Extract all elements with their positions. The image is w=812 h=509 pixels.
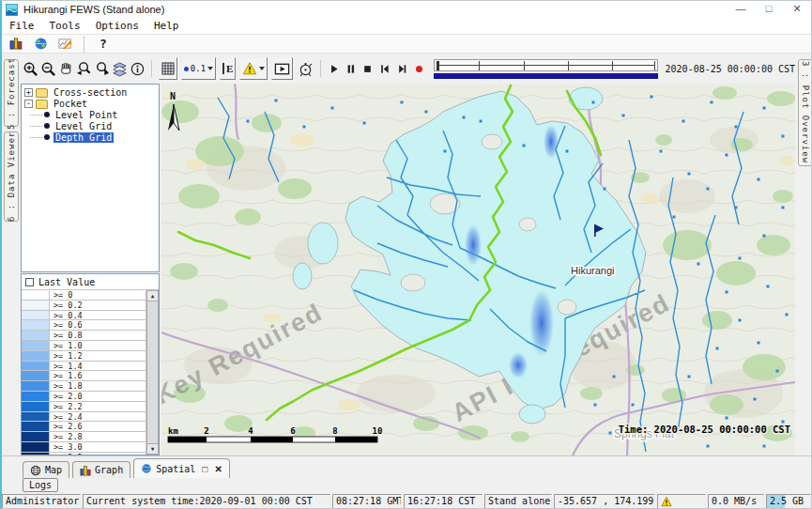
legend-row[interactable]: >= 0.4 <box>22 311 146 321</box>
zoom-previous-icon[interactable] <box>76 57 92 80</box>
slider-thumb[interactable] <box>437 61 439 70</box>
legend-scrollbar[interactable]: ▲ ▼ <box>146 290 159 455</box>
legend-row[interactable]: >= 1.0 <box>22 341 146 351</box>
map-panel: API Key Required API Key Required Hikura… <box>161 84 795 455</box>
scrollbar-thumb[interactable] <box>146 301 159 443</box>
tree-item[interactable]: Level Grid <box>22 120 159 131</box>
interval-dot-icon <box>184 67 189 71</box>
tab-forecast[interactable]: 5 : Forecast <box>4 59 19 127</box>
legend-row[interactable]: >= 2.4 <box>22 412 146 423</box>
legend-row[interactable]: >= 1.4 <box>22 362 146 372</box>
tree-expander[interactable]: - <box>24 100 33 108</box>
movie-player-button[interactable] <box>271 57 293 80</box>
scale-unit: km <box>168 426 178 436</box>
last-value-checkbox[interactable] <box>25 278 34 286</box>
legend-row[interactable]: >= 3.2 <box>22 453 146 455</box>
scroll-up-icon[interactable]: ▲ <box>146 290 159 301</box>
legend-row[interactable]: >= 3.0 <box>22 442 146 453</box>
time-slider-track[interactable] <box>434 59 657 71</box>
minimize-button[interactable]: — <box>727 1 755 18</box>
legend-color-swatch <box>22 381 50 391</box>
menu-item-help[interactable]: Help <box>146 18 187 34</box>
legend-row-label: >= 2.6 <box>50 422 146 431</box>
maximize-button[interactable]: □ <box>755 1 783 18</box>
close-button[interactable]: ✕ <box>783 1 811 18</box>
tree-item-label[interactable]: Cross-section <box>52 87 129 98</box>
interval-dropdown[interactable]: 0.1 <box>181 57 216 80</box>
tab-graph[interactable]: Graph <box>72 461 130 478</box>
legend-row[interactable]: >= 0 <box>22 290 146 301</box>
layers-icon[interactable] <box>112 57 128 80</box>
tree-item[interactable]: Level Point <box>22 110 159 121</box>
map-time-label: Time: 2020-08-25 00:00:00 CST <box>619 424 790 435</box>
tab-spatial[interactable]: Spatial □ ✕ <box>133 458 230 478</box>
legend-row-label: >= 2.4 <box>50 412 146 422</box>
legend-row[interactable]: >= 0.2 <box>22 301 146 311</box>
legend-row[interactable]: >= 2.0 <box>22 392 146 402</box>
tab-map[interactable]: Map <box>23 461 69 478</box>
record-button[interactable] <box>411 57 426 80</box>
stop-button[interactable] <box>360 57 375 80</box>
contour-label-button[interactable]: E <box>220 57 236 80</box>
tree-item-label[interactable]: Pocket <box>52 99 89 109</box>
pan-icon[interactable] <box>58 57 74 80</box>
legend-row[interactable]: >= 2.8 <box>22 432 146 442</box>
tree-expander[interactable]: + <box>24 88 33 97</box>
zoom-out-icon[interactable] <box>40 57 56 80</box>
tree-item-label[interactable]: Level Point <box>54 110 119 120</box>
warning-dropdown[interactable] <box>239 57 268 80</box>
globe-icon[interactable] <box>31 33 50 55</box>
help-icon[interactable]: ? <box>94 33 113 55</box>
map-canvas[interactable]: API Key Required API Key Required Hikura… <box>161 84 795 455</box>
chart-display-icon[interactable] <box>55 33 74 55</box>
scroll-down-icon[interactable]: ▼ <box>146 443 159 455</box>
legend-color-swatch <box>22 341 50 350</box>
legend-row[interactable]: >= 0.8 <box>22 331 146 341</box>
animation-icon[interactable] <box>296 57 314 80</box>
zoom-in-icon[interactable] <box>23 57 38 80</box>
time-slider[interactable] <box>434 59 657 79</box>
status-user: Administrator <box>2 494 81 509</box>
legend-row-label: >= 3.2 <box>50 453 146 455</box>
tab-plot-overview[interactable]: 3 : Plot Overview <box>798 59 812 166</box>
logs-row: Logs <box>23 478 58 492</box>
legend-row[interactable]: >= 2.2 <box>22 402 146 412</box>
tree-item[interactable]: -Pocket <box>22 99 159 110</box>
legend-row[interactable]: >= 1.8 <box>22 381 146 392</box>
zoom-next-icon[interactable] <box>94 57 110 80</box>
scale-tick: 6 <box>290 426 295 436</box>
legend-table: >= 0>= 0.2>= 0.4>= 0.6>= 0.8>= 1.0>= 1.2… <box>22 289 159 455</box>
logs-button[interactable]: Logs <box>23 478 58 492</box>
info-icon[interactable] <box>130 57 146 80</box>
tree-item-label[interactable]: Depth Grid <box>54 132 114 143</box>
legend-row[interactable]: >= 2.6 <box>22 422 146 432</box>
layers-tree-panel: +Cross-section-PocketLevel PointLevel Gr… <box>21 84 160 272</box>
menu-item-options[interactable]: Options <box>88 18 146 34</box>
tree-item[interactable]: Depth Grid <box>22 131 159 143</box>
step-end-button[interactable] <box>394 57 409 80</box>
database-icon[interactable] <box>7 33 25 55</box>
tree-item-label[interactable]: Level Grid <box>54 121 114 131</box>
tree-item[interactable]: +Cross-section <box>22 87 159 99</box>
close-panel-button[interactable]: ✕ <box>214 464 222 474</box>
status-warning-cell[interactable] <box>657 494 706 509</box>
legend-row[interactable]: >= 1.6 <box>22 371 146 381</box>
status-download-rate: 0.0 MB/s <box>708 494 764 509</box>
menu-item-file[interactable]: File <box>2 18 42 34</box>
legend-color-swatch <box>22 402 50 411</box>
maximize-panel-button[interactable]: □ <box>202 464 207 474</box>
pause-button[interactable] <box>344 57 359 80</box>
step-start-button[interactable] <box>377 57 392 80</box>
grid-display-button[interactable] <box>159 57 177 80</box>
legend-row[interactable]: >= 0.6 <box>22 320 146 331</box>
status-gmt-time: 08:27:18 GMT <box>332 494 402 509</box>
slider-tick <box>524 61 525 70</box>
tab-data-viewer[interactable]: 6 : Data Viewer <box>4 131 19 222</box>
map-toolbar: 0.1 E 2020-08-25 00:00:00 CST <box>21 54 795 84</box>
toolbar-separator <box>84 36 84 53</box>
play-button[interactable] <box>327 57 342 80</box>
last-value-label: Last Value <box>38 277 95 287</box>
menu-item-tools[interactable]: Tools <box>42 18 88 34</box>
legend-row[interactable]: >= 1.2 <box>22 351 146 362</box>
layers-tree: +Cross-section-PocketLevel PointLevel Gr… <box>22 87 159 143</box>
